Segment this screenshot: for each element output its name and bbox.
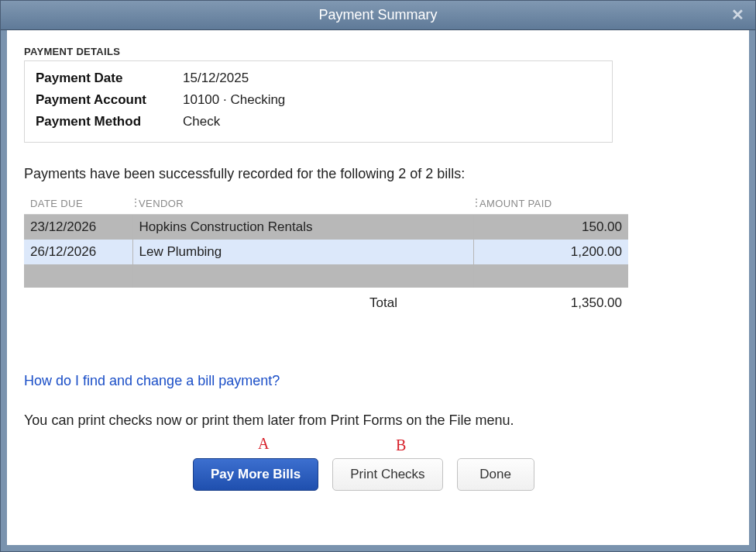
table-row: 26/12/2026 Lew Plumbing 1,200.00 [24,240,628,264]
cell-amount-paid: 1,200.00 [473,240,628,264]
table-row: 23/12/2026 Hopkins Construction Rentals … [24,215,628,240]
table-row-blank [24,264,628,288]
table-header-row: DATE DUE VENDOR AMOUNT PAID [24,193,628,215]
total-value: 1,350.00 [521,295,622,311]
detail-row-payment-account: Payment Account 10100 · Checking [36,89,601,111]
titlebar: Payment Summary ✕ [1,1,755,30]
detail-label: Payment Method [36,114,183,129]
done-button[interactable]: Done [457,458,534,491]
total-row: Total 1,350.00 [24,288,628,311]
cell-blank [473,264,628,288]
total-label: Total [30,295,521,311]
annotation-a: A [258,435,269,453]
print-checks-button[interactable]: Print Checks [332,458,442,491]
col-header-date-due: DATE DUE [24,193,132,215]
window-title: Payment Summary [318,7,437,23]
help-link[interactable]: How do I find and change a bill payment? [24,373,280,389]
payment-summary-window: Payment Summary ✕ PAYMENT DETAILS Paymen… [0,0,756,552]
close-icon[interactable]: ✕ [731,7,744,22]
col-header-amount-paid: AMOUNT PAID [473,193,628,215]
cell-date-due: 23/12/2026 [24,215,132,240]
cell-amount-paid: 150.00 [473,215,628,240]
payments-table-wrap: DATE DUE VENDOR AMOUNT PAID 23/12/2026 H… [24,193,628,311]
cell-date-due: 26/12/2026 [24,240,132,264]
annotation-b: B [396,436,406,454]
detail-row-payment-date: Payment Date 15/12/2025 [36,67,601,89]
detail-row-payment-method: Payment Method Check [36,111,601,133]
cell-vendor: Lew Plumbing [132,240,473,264]
cell-blank [24,264,132,288]
detail-value: 10100 · Checking [183,92,285,108]
detail-label: Payment Date [36,71,183,86]
payment-details-heading: PAYMENT DETAILS [24,46,732,57]
print-note: You can print checks now or print them l… [24,412,732,429]
window-content: PAYMENT DETAILS Payment Date 15/12/2025 … [7,30,749,545]
payments-table: DATE DUE VENDOR AMOUNT PAID 23/12/2026 H… [24,193,628,288]
payment-details-box: Payment Date 15/12/2025 Payment Account … [24,60,613,143]
cell-blank [132,264,473,288]
detail-label: Payment Account [36,92,183,108]
cell-vendor: Hopkins Construction Rentals [132,215,473,240]
pay-more-bills-button[interactable]: Pay More Bills [193,458,318,491]
recorded-message: Payments have been successfully recorded… [24,166,732,182]
col-header-vendor: VENDOR [132,193,473,215]
annotations: A B [24,429,732,457]
detail-value: Check [183,114,220,129]
detail-value: 15/12/2025 [183,71,249,86]
button-row: Pay More Bills Print Checks Done [24,458,732,491]
